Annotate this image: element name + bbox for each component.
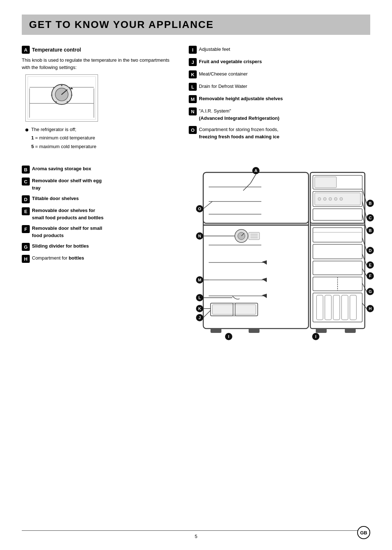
- svg-rect-43: [315, 193, 360, 205]
- footer: 5 GB: [22, 530, 370, 539]
- svg-point-48: [340, 197, 343, 200]
- badge-m: M: [189, 95, 197, 103]
- svg-point-10: [69, 87, 70, 88]
- feature-k-text: Meat/Cheese container: [199, 70, 248, 78]
- svg-text:O: O: [198, 207, 201, 211]
- svg-text:H: H: [369, 306, 372, 311]
- svg-rect-64: [316, 329, 327, 333]
- knob-svg: [26, 75, 98, 121]
- section-a-description: This knob is used to regulate the temper…: [22, 57, 174, 71]
- svg-rect-63: [249, 329, 260, 333]
- feature-h-text: Compartment for bottles: [32, 254, 156, 262]
- feature-c: C Removable door shelf with eggtray: [22, 177, 156, 191]
- feature-e: E Removable door shelves forsmall food p…: [22, 207, 156, 221]
- feature-l-text: Drain for Defrost Water: [199, 83, 247, 90]
- feature-c-text: Removable door shelf with eggtray: [32, 177, 156, 191]
- svg-text:I: I: [315, 334, 316, 339]
- badge-d: D: [22, 195, 30, 203]
- feature-n: N "A.I.R. System"(Advanced Integrated Re…: [189, 107, 370, 122]
- bottom-area: B Aroma saving storage box C Removable d…: [22, 165, 370, 347]
- feature-b: B Aroma saving storage box: [22, 165, 156, 174]
- feature-e-text: Removable door shelves forsmall food pro…: [32, 207, 156, 221]
- badge-b: B: [22, 166, 30, 174]
- knob-image: [25, 74, 98, 122]
- svg-text:N: N: [198, 234, 201, 238]
- badge-a: A: [22, 46, 30, 54]
- svg-point-46: [329, 197, 332, 200]
- feature-i: I Adjustable feet: [189, 46, 370, 54]
- bullet-off: The refrigerator is off;: [25, 125, 174, 134]
- feature-o-text: Compartment for storing frozen foods,fre…: [199, 126, 279, 140]
- feature-j: J Fruit and vegetable crispers: [189, 58, 370, 66]
- top-content: A Temperature control This knob is used …: [22, 46, 370, 158]
- badge-o: O: [189, 126, 197, 134]
- left-features: B Aroma saving storage box C Removable d…: [22, 165, 160, 347]
- badge-g: G: [22, 243, 30, 251]
- diagram-area: A O N M L: [160, 165, 385, 347]
- svg-rect-62: [211, 329, 221, 333]
- badge-n: N: [189, 107, 197, 115]
- page-title: GET TO KNOW YOUR APPLIANCE: [29, 19, 363, 30]
- feature-f-text: Removable door shelf for smallfood produ…: [32, 225, 156, 239]
- gb-badge: GB: [357, 526, 370, 539]
- feature-j-text: Fruit and vegetable crispers: [199, 58, 262, 65]
- bullet-5: 5 = maximum cold temperature: [25, 142, 174, 151]
- feature-h: H Compartment for bottles: [22, 254, 156, 263]
- svg-text:D: D: [369, 248, 372, 253]
- feature-b-text: Aroma saving storage box: [32, 165, 156, 172]
- svg-point-13: [55, 101, 57, 103]
- feature-i-text: Adjustable feet: [199, 46, 230, 53]
- badge-k: K: [189, 70, 197, 78]
- feature-n-text: "A.I.R. System"(Advanced Integrated Refr…: [199, 107, 279, 122]
- svg-text:I: I: [228, 334, 229, 339]
- svg-text:K: K: [198, 306, 201, 311]
- section-a-header: A Temperature control: [22, 46, 174, 54]
- left-column: A Temperature control This knob is used …: [22, 46, 174, 158]
- svg-text:E: E: [369, 263, 371, 267]
- section-a-title: Temperature control: [32, 47, 81, 53]
- svg-point-45: [323, 197, 326, 200]
- feature-l: L Drain for Defrost Water: [189, 83, 370, 91]
- svg-text:A: A: [254, 168, 257, 173]
- svg-point-14: [51, 94, 52, 96]
- section-a: A Temperature control This knob is used …: [22, 46, 174, 151]
- svg-rect-24: [212, 305, 256, 314]
- badge-h: H: [22, 255, 30, 263]
- svg-rect-65: [345, 329, 356, 333]
- right-column: I Adjustable feet J Fruit and vegetable …: [189, 46, 370, 158]
- feature-o: O Compartment for storing frozen foods,f…: [189, 126, 370, 140]
- svg-text:L: L: [199, 296, 201, 300]
- feature-k: K Meat/Cheese container: [189, 70, 370, 78]
- svg-text:J: J: [199, 315, 201, 320]
- feature-d-text: Tiltable door shelves: [32, 195, 156, 202]
- bullet-1: 1 = minimum cold temperature: [25, 134, 174, 142]
- svg-rect-17: [203, 172, 309, 223]
- svg-text:B: B: [369, 228, 372, 233]
- svg-text:B: B: [369, 201, 372, 205]
- svg-text:G: G: [369, 289, 372, 294]
- feature-g-text: Sliding divider for bottles: [32, 243, 156, 250]
- refrigerator-diagram: A O N M L: [160, 165, 385, 343]
- title-bar: GET TO KNOW YOUR APPLIANCE: [22, 15, 370, 35]
- svg-point-47: [334, 197, 337, 200]
- badge-f: F: [22, 225, 30, 233]
- feature-d: D Tiltable door shelves: [22, 195, 156, 203]
- badge-e: E: [22, 207, 30, 215]
- svg-rect-41: [315, 177, 336, 188]
- badge-c: C: [22, 178, 30, 186]
- svg-text:M: M: [198, 278, 201, 282]
- page-number: 5: [195, 534, 197, 539]
- feature-m-text: Removable height adjustable shelves: [199, 95, 283, 102]
- svg-point-12: [67, 101, 68, 103]
- badge-l: L: [189, 83, 197, 91]
- svg-point-15: [53, 87, 54, 88]
- badge-i: I: [189, 46, 197, 54]
- feature-g: G Sliding divider for bottles: [22, 243, 156, 251]
- feature-f: F Removable door shelf for smallfood pro…: [22, 225, 156, 239]
- svg-point-11: [71, 94, 73, 96]
- right-features: I Adjustable feet J Fruit and vegetable …: [189, 46, 370, 140]
- svg-point-9: [61, 85, 62, 86]
- bullet-list: The refrigerator is off; 1 = minimum col…: [25, 125, 174, 151]
- svg-text:C: C: [369, 216, 372, 220]
- svg-point-44: [318, 197, 321, 200]
